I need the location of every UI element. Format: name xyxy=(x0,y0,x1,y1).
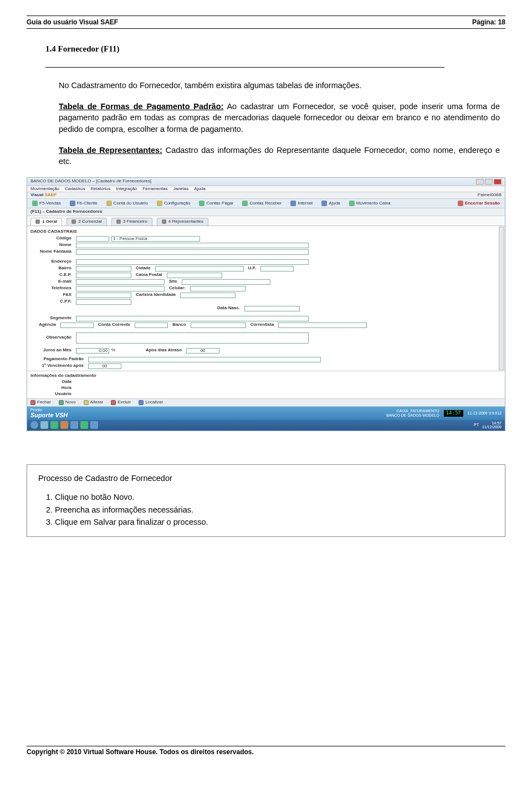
toolbar-f5-vendas[interactable]: F5-Vendas xyxy=(30,200,63,207)
btn-fechar[interactable]: Fechar xyxy=(30,400,51,405)
label-contacorrente: Conta Corrente xyxy=(96,322,132,327)
window-titlebar: BANCO DE DADOS MODELO – [Cadastro de For… xyxy=(27,178,505,186)
header-rule-top xyxy=(27,16,505,16)
toolbar-internet[interactable]: Internet xyxy=(289,200,314,207)
label-codigo: Código xyxy=(30,236,74,241)
minimize-button[interactable] xyxy=(476,179,484,185)
label-percent: % xyxy=(111,348,115,353)
input-fax[interactable] xyxy=(76,293,131,298)
input-datanasc[interactable] xyxy=(244,306,300,311)
tab-representantes[interactable]: 4 Representantes xyxy=(157,218,208,226)
label-cidade: Cidade xyxy=(134,266,153,271)
toolbar-conta-usuario[interactable]: Conta do Usuário xyxy=(105,200,150,207)
label-telefones: Telefones xyxy=(30,286,74,291)
input-cep[interactable] xyxy=(76,273,131,278)
infocad-data-label: Data xyxy=(30,380,74,385)
input-carteira[interactable] xyxy=(180,293,236,298)
step-3: 3. Clique em Salvar para finalizar o pro… xyxy=(46,516,494,528)
input-juros[interactable]: 0,00 xyxy=(76,348,109,354)
input-correntista[interactable] xyxy=(278,322,367,328)
input-fantasia[interactable] xyxy=(76,249,309,255)
input-agencia[interactable] xyxy=(60,322,94,328)
input-email[interactable] xyxy=(76,279,165,285)
label-correntista: Correntista xyxy=(248,322,277,327)
input-cpf[interactable] xyxy=(76,299,131,305)
input-bairro[interactable] xyxy=(76,266,131,272)
menu-movimentacao[interactable]: Movimentação xyxy=(30,187,59,192)
toolbar-movimento-caixa[interactable]: Movimento Caixa xyxy=(347,200,392,207)
dados-cadastrais-label: DADOS CADASTRAIS xyxy=(30,229,502,234)
input-codigo[interactable] xyxy=(76,236,109,242)
toolbar-contas-receber[interactable]: Contas Receber xyxy=(241,200,283,207)
tab-financeiro[interactable]: 3 Financeiro xyxy=(111,218,152,226)
taskbar-icon-6[interactable] xyxy=(90,421,98,429)
tab-comercial[interactable]: 2 Comercial xyxy=(66,218,107,226)
infocad-label: Informações do cadastramento xyxy=(30,373,502,378)
input-celular[interactable] xyxy=(190,286,245,291)
infocad-usuario-label: Usuário xyxy=(30,392,74,397)
input-nome[interactable] xyxy=(76,243,309,248)
label-site: Site xyxy=(167,279,180,284)
menu-ferramentas[interactable]: Ferramentas xyxy=(142,187,167,192)
input-uf[interactable] xyxy=(260,266,294,272)
section-title: 1.4 Fornecedor (F11) xyxy=(45,44,119,54)
btn-localizar[interactable]: Localizar xyxy=(139,400,163,405)
toolbar-encerrar-sessao[interactable]: Encerrar Sessão xyxy=(456,200,502,207)
btn-alterar[interactable]: Alterar xyxy=(84,400,104,405)
tab-geral[interactable]: 1 Geral xyxy=(30,218,62,226)
start-orb-icon[interactable] xyxy=(30,421,38,429)
menubar: Movimentação Cadastros Relatórios Integr… xyxy=(27,186,505,193)
toolbar-configuracao[interactable]: Configuração xyxy=(155,200,192,207)
reps-paragraph: Tabela de Representantes: Cadastro das i… xyxy=(59,145,500,167)
menu-cadastros[interactable]: Cadastros xyxy=(65,187,85,192)
input-venc[interactable]: 00 xyxy=(88,363,121,369)
label-banco: Banco xyxy=(170,322,188,327)
input-contacorrente[interactable] xyxy=(135,322,168,328)
os-taskbar: PT 14:57 11/12/2009 xyxy=(27,420,505,431)
input-cidade[interactable] xyxy=(155,266,244,272)
taskbar-icon-2[interactable] xyxy=(50,421,58,429)
taskbar-icon-5[interactable] xyxy=(80,421,88,429)
label-carteira: Carteira Identidade xyxy=(134,293,178,298)
step-1: 1. Clique no botão Novo. xyxy=(46,491,494,503)
label-observacao: Observação xyxy=(30,335,74,340)
btn-novo[interactable]: Novo xyxy=(59,400,76,405)
toolbar-ajuda[interactable]: Ajuda xyxy=(320,200,341,207)
label-nome: Nome xyxy=(30,243,74,248)
input-endereco[interactable] xyxy=(76,259,309,265)
input-site[interactable] xyxy=(182,279,270,285)
input-segmento[interactable] xyxy=(76,316,309,321)
label-juros: Juros ao Mês xyxy=(30,348,74,353)
section-underline xyxy=(45,67,444,68)
input-pagpadrao[interactable] xyxy=(88,357,321,362)
taskbar-icon-4[interactable] xyxy=(70,421,78,429)
menu-ajuda[interactable]: Ajuda xyxy=(194,187,205,192)
menu-relatorios[interactable]: Relatórios xyxy=(91,187,111,192)
input-banco[interactable] xyxy=(191,322,246,328)
input-aposdias[interactable]: 00 xyxy=(186,348,219,354)
menu-integracao[interactable]: Integração xyxy=(116,187,137,192)
taskbar-icon-3[interactable] xyxy=(60,421,68,429)
label-caixapostal: Caixa Postal xyxy=(134,273,165,278)
tray-lang[interactable]: PT xyxy=(474,423,479,427)
btn-excluir[interactable]: Excluir xyxy=(111,400,131,405)
input-codigo-desc[interactable]: 1 - Pessoa Física xyxy=(111,236,200,242)
form-area: DADOS CADASTRAIS Código 1 - Pessoa Físic… xyxy=(27,226,505,371)
status-suporte: Suporte VSH xyxy=(30,412,68,418)
maximize-button[interactable] xyxy=(485,179,493,185)
steps-heading: Processo de Cadastro de Fornecedor xyxy=(38,473,494,484)
scrollbar[interactable] xyxy=(499,227,504,370)
toolbar-contas-pagar[interactable]: Contas Pagar xyxy=(197,200,235,207)
close-button[interactable] xyxy=(494,179,502,185)
input-caixapostal[interactable] xyxy=(167,273,222,278)
status-bar: Pronto Suporte VSH CAIXA_FATURAMENTO BAN… xyxy=(27,407,505,420)
input-observacao[interactable] xyxy=(76,332,309,344)
section-title-wrap: 1.4 Fornecedor (F11) xyxy=(27,43,505,55)
menu-janelas[interactable]: Janelas xyxy=(173,187,189,192)
label-datanasc: Data Nasc. xyxy=(76,306,242,311)
intro-paragraph: No Cadastramento do Fornecedor, também e… xyxy=(59,80,500,91)
input-telefones[interactable] xyxy=(76,286,165,291)
page-header: Guia do usuário Visual SAEF Página: 18 xyxy=(27,18,505,28)
toolbar-f6-cliente[interactable]: F6-Cliente xyxy=(68,200,99,207)
taskbar-icon-1[interactable] xyxy=(40,421,48,429)
